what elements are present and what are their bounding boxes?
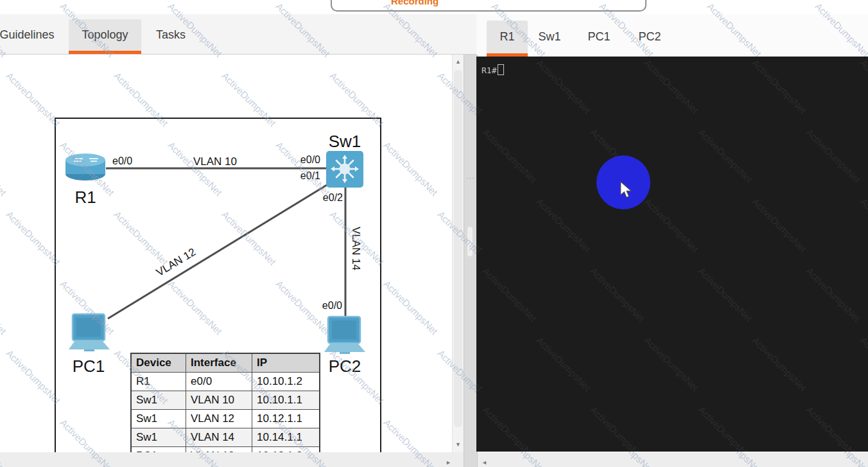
watermark-text: ActiveDumpsNet [696,404,754,452]
left-vertical-scrollbar[interactable]: ▲ ▼ [452,55,464,452]
topology-canvas: R1 Sw1 PC1 PC2 e0/0 VLAN 10 e0/0 e0/1 e0… [55,118,381,467]
table-cell: Sw1 [131,391,186,410]
watermark-text: ActiveDumpsNet [534,196,593,254]
left-panel: R1 Sw1 PC1 PC2 e0/0 VLAN 10 e0/0 e0/1 e0… [0,55,452,452]
table-cell: 10.12.1.1 [252,410,320,428]
switch-sw1-icon [326,151,363,188]
watermark-text: ActiveDumpsNet [696,127,754,185]
label-device-pc1: PC1 [73,357,105,376]
exam-simulator-window: Recording Guidelines Topology Tasks [0,0,868,467]
table-cell: 10.14.1.1 [252,428,320,447]
table-row: Sw1VLAN 1210.12.1.1 [131,410,320,428]
ip-table: DeviceInterfaceIP R1e0/010.10.1.2Sw1VLAN… [130,353,320,467]
router-r1-icon [65,154,105,181]
recording-banner: Recording [331,0,647,12]
table-cell: 10.10.1.2 [252,373,320,391]
watermark-text: ActiveDumpsNet [804,265,862,324]
scroll-left-arrow-icon[interactable]: ◄ [482,460,487,466]
link-sw1-pc1 [108,185,327,319]
table-row: R1e0/010.10.1.2 [131,373,320,391]
watermark-text: ActiveDumpsNet [476,335,485,393]
table-header-row: DeviceInterfaceIP [131,353,320,373]
table-cell: 10.10.1.1 [252,391,320,410]
watermark-text: ActiveDumpsNet [642,57,700,116]
table-cell: Sw1 [131,428,186,447]
horizontal-scrollbar-strip[interactable]: ► ◄ [0,452,868,467]
recording-label: Recording [391,0,438,6]
watermark-text: ActiveDumpsNet [588,265,647,324]
mouse-cursor-icon [620,181,632,198]
table-header-cell: Device [131,353,186,373]
watermark-text: ActiveDumpsNet [480,127,539,185]
scroll-down-arrow-icon[interactable]: ▼ [455,442,461,448]
click-highlight [596,155,650,209]
tab-console-sw1[interactable]: Sw1 [531,21,568,57]
watermark-text: ActiveDumpsNet [534,57,593,116]
watermark-text: ActiveDumpsNet [480,404,539,452]
table-cell: VLAN 14 [186,428,252,447]
table-row: Sw1VLAN 1010.10.1.1 [131,391,320,410]
scroll-up-arrow-icon[interactable]: ▲ [455,59,461,65]
table-cell: R1 [131,373,186,391]
terminal-watermark-layer: ActiveDumpsNetActiveDumpsNetActiveDumpsN… [476,57,868,452]
watermark-text: ActiveDumpsNet [804,127,862,185]
watermark-text: ActiveDumpsNet [480,265,539,324]
watermark-text: ActiveDumpsNet [642,335,700,393]
watermark-text: ActiveDumpsNet [534,335,593,393]
tab-console-r1[interactable]: R1 [487,21,528,57]
watermark-text: ActiveDumpsNet [858,57,868,116]
terminal-cursor [498,64,504,75]
table-header-cell: Interface [186,353,252,373]
scroll-right-arrow-icon[interactable]: ► [446,460,451,466]
label-if-sw1-e02: e0/2 [323,192,343,203]
laptop-pc2-icon [324,317,365,354]
terminal-prompt: R1# [482,64,504,75]
tab-guidelines[interactable]: Guidelines [0,19,59,54]
splitter-handle[interactable] [467,227,473,256]
label-if-sw1-e01: e0/1 [300,170,320,181]
watermark-text: ActiveDumpsNet [750,57,808,116]
watermark-text: ActiveDumpsNet [588,404,647,452]
label-vlan14: VLAN 14 [350,227,362,270]
panel-splitter[interactable]: ··· [464,55,478,467]
watermark-text: ActiveDumpsNet [750,196,808,254]
watermark-text: ActiveDumpsNet [804,404,862,452]
watermark-text: ActiveDumpsNet [750,335,808,393]
vertical-scroll-thumb[interactable] [454,70,462,427]
label-if-sw1-e00: e0/0 [300,154,320,165]
table-header-cell: IP [252,353,320,373]
table-cell: Sw1 [131,410,186,428]
table-cell: e0/0 [186,373,252,391]
tab-topology[interactable]: Topology [69,19,141,54]
table-cell: VLAN 10 [186,391,252,410]
watermark-text: ActiveDumpsNet [858,196,868,254]
label-device-r1: R1 [74,188,96,207]
tab-tasks[interactable]: Tasks [144,19,197,54]
label-device-sw1: Sw1 [329,132,361,151]
laptop-pc1-icon [69,314,110,351]
splitter-grip-icon: ··· [466,174,475,182]
watermark-text: ActiveDumpsNet [696,265,754,324]
table-cell: VLAN 12 [186,410,252,428]
console-tab-bar: R1 Sw1 PC1 PC2 [476,14,868,57]
tab-console-pc1[interactable]: PC1 [580,21,618,57]
tab-console-pc2[interactable]: PC2 [631,21,668,57]
watermark-text: ActiveDumpsNet [858,335,868,393]
top-strip: Recording [0,0,868,14]
prompt-text: R1# [482,66,496,75]
terminal-r1[interactable]: ActiveDumpsNetActiveDumpsNetActiveDumpsN… [476,57,868,452]
label-vlan10: VLAN 10 [193,155,237,168]
left-tab-bar: Guidelines Topology Tasks [0,14,476,55]
label-if-pc2-e00: e0/0 [322,300,342,311]
label-vlan12: VLAN 12 [154,246,198,279]
watermark-text: ActiveDumpsNet [476,196,485,254]
watermark-text: ActiveDumpsNet [642,196,700,254]
label-device-pc2: PC2 [329,357,361,376]
label-if-r1-e00: e0/0 [112,155,132,166]
table-row: Sw1VLAN 1410.14.1.1 [131,428,320,447]
